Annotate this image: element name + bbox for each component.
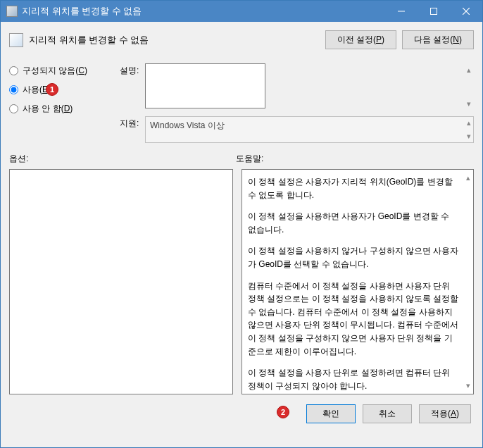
minimize-button[interactable] (385, 1, 418, 22)
options-label: 옵션: (9, 153, 236, 165)
radio-enabled[interactable]: 사용(E) 1 (9, 84, 111, 96)
apply-button[interactable]: 적용(A) (419, 404, 471, 423)
scroll-up-icon: ▴ (466, 172, 470, 184)
radio-group: 구성되지 않음(C) 사용(E) 1 사용 안 함(D) (9, 63, 111, 143)
help-label: 도움말: (236, 153, 263, 165)
help-text: 이 정책 설정을 사용자 단위로 설정하려면 컴퓨터 단위 정책이 구성되지 않… (248, 366, 459, 392)
maximize-button[interactable] (418, 1, 450, 22)
nav-buttons: 이전 설정(P) 다음 설정(N) (325, 30, 474, 49)
content-area: 지리적 위치를 변경할 수 없음 이전 설정(P) 다음 설정(N) 구성되지 … (1, 22, 482, 447)
middle-labels: 옵션: 도움말: (9, 153, 474, 165)
radio-not-configured[interactable]: 구성되지 않음(C) (9, 65, 111, 77)
description-textarea[interactable] (145, 63, 265, 108)
scroll-up-icon: ▴ (467, 66, 471, 75)
options-panel (9, 169, 233, 394)
scroll-down-icon: ▾ (466, 380, 470, 392)
close-button[interactable] (450, 1, 482, 22)
description-row: 설명: ▴ ▾ (120, 63, 474, 111)
app-icon (6, 6, 18, 17)
radio-disabled-input[interactable] (9, 104, 18, 113)
cancel-button[interactable]: 취소 (363, 404, 412, 423)
radio-enabled-input[interactable] (9, 85, 18, 94)
help-text: 컴퓨터 수준에서 이 정책 설정을 사용하면 사용자 단위 정책 설정으로는 이… (248, 280, 459, 359)
next-setting-button[interactable]: 다음 설정(N) (402, 30, 474, 49)
header-row: 지리적 위치를 변경할 수 없음 이전 설정(P) 다음 설정(N) (9, 30, 474, 49)
help-text: 이 정책 설정을 사용하지 않거나 구성하지 않으면 사용자가 GeoID를 선… (248, 244, 459, 270)
help-panel: ▴ 이 정책 설정은 사용자가 지리적 위치(GeoID)를 변경할 수 없도록… (242, 169, 474, 394)
policy-icon (9, 33, 23, 47)
help-text: 이 정책 설정을 사용하면 사용자가 GeoID를 변경할 수 없습니다. (248, 210, 459, 236)
annotation-2: 2 (277, 406, 289, 418)
description-label: 설명: (120, 63, 139, 111)
titlebar-title: 지리적 위치를 변경할 수 없음 (22, 5, 385, 18)
supported-text: Windows Vista 이상 (145, 116, 474, 143)
scroll-down-icon: ▾ (467, 99, 471, 108)
supported-label: 지원: (120, 116, 139, 143)
help-text: 이 정책 설정은 사용자가 지리적 위치(GeoID)를 변경할 수 없도록 합… (248, 175, 459, 201)
top-layout: 구성되지 않음(C) 사용(E) 1 사용 안 함(D) 설명: (9, 63, 474, 143)
svg-rect-1 (431, 8, 437, 15)
policy-title: 지리적 위치를 변경할 수 없음 (29, 34, 325, 46)
dialog-window: 지리적 위치를 변경할 수 없음 지리적 위치를 변경할 수 없음 이전 설정(… (0, 0, 483, 448)
annotation-1: 1 (46, 83, 58, 96)
titlebar: 지리적 위치를 변경할 수 없음 (1, 1, 482, 22)
fields-col: 설명: ▴ ▾ 지원: Windows Vista 이상 ▴ ▾ (120, 63, 474, 143)
footer-buttons: 2 확인 취소 적용(A) (9, 402, 474, 426)
radio-not-configured-input[interactable] (9, 66, 18, 75)
panels: ▴ 이 정책 설정은 사용자가 지리적 위치(GeoID)를 변경할 수 없도록… (9, 169, 474, 394)
radio-disabled[interactable]: 사용 안 함(D) (9, 103, 111, 115)
supported-row: 지원: Windows Vista 이상 ▴ ▾ (120, 116, 474, 143)
window-controls (385, 1, 482, 22)
previous-setting-button[interactable]: 이전 설정(P) (325, 30, 396, 49)
ok-button[interactable]: 확인 (306, 404, 356, 423)
